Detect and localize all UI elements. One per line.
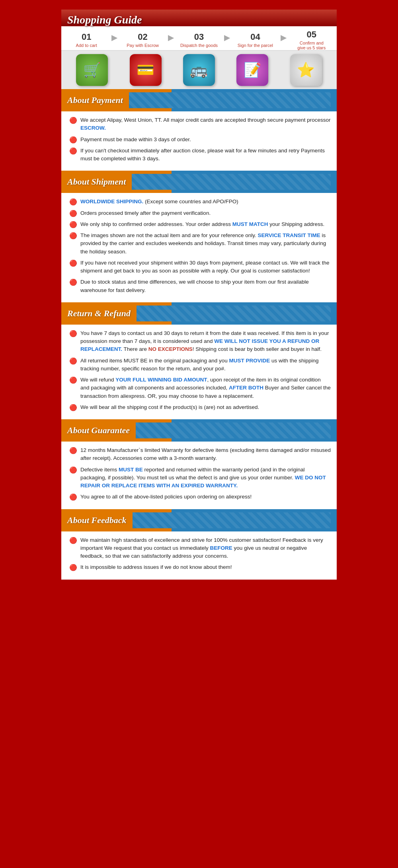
- step-3-label: Dispatch the goods: [180, 43, 218, 48]
- shipment-bullet-6: 🔴 Due to stock status and time differenc…: [69, 278, 331, 294]
- payment-bullet-2: 🔴 Payment must be made within 3 days of …: [69, 136, 331, 144]
- shipment-text-2: Orders processed timely after the paymen…: [80, 209, 211, 217]
- bullet-icon: 🔴: [69, 330, 77, 337]
- bullet-icon: 🔴: [69, 198, 77, 206]
- bullet-icon: 🔴: [69, 136, 77, 144]
- cart-icon: 🛒: [76, 54, 108, 86]
- no-refund-text: WE WILL NOT ISSUE YOU A REFUND OR REPLAC…: [80, 338, 319, 352]
- return-text-2: All returned items MUST BE in the origin…: [80, 357, 331, 373]
- feedback-header-blue: [133, 512, 331, 528]
- guarantee-text-2: Defective items MUST BE reported and ret…: [80, 466, 331, 490]
- guarantee-header-blue: [136, 422, 331, 438]
- step-4-number: 04: [250, 32, 260, 42]
- shipment-text-5: If you have not received your shipment w…: [80, 259, 331, 275]
- arrow-1: ▶: [111, 33, 117, 42]
- feedback-bullet-1: 🔴 We maintain high standards of excellen…: [69, 536, 331, 561]
- step-1-label: Add to cart: [76, 43, 97, 48]
- must-be-text: MUST BE: [119, 467, 143, 473]
- shipment-header-blue: [132, 174, 331, 190]
- bullet-icon: 🔴: [69, 147, 77, 155]
- step-4-label: Sign for the parcel: [238, 43, 273, 48]
- no-exceptions-text: NO EXCEPTIONS: [148, 346, 193, 352]
- step-2-label: Pay with Escrow: [127, 43, 159, 48]
- bullet-icon: 🔴: [69, 210, 77, 217]
- shipment-bullet-1: 🔴 WORLDWIDE SHIPPING. (Except some count…: [69, 198, 331, 206]
- guarantee-text-3: You agree to all of the above-listed pol…: [80, 493, 252, 501]
- return-title: Return & Refund: [67, 308, 137, 319]
- shipment-text-6: Due to stock status and time differences…: [80, 278, 331, 294]
- bullet-icon: 🔴: [69, 278, 77, 286]
- bullet-icon: 🔴: [69, 493, 77, 501]
- bullet-icon: 🔴: [69, 357, 77, 365]
- payment-section-header: About Payment: [61, 89, 337, 111]
- bullet-icon: 🔴: [69, 221, 77, 228]
- dispatch-icon: 🚌: [183, 54, 215, 86]
- return-header-blue: [137, 306, 331, 321]
- full-bid-text: YOUR FULL WINNING BID AMOUNT: [115, 377, 207, 383]
- return-text-3: We will refund YOUR FULL WINNING BID AMO…: [80, 376, 331, 400]
- return-content: 🔴 You have 7 days to contact us and 30 d…: [61, 325, 337, 419]
- after-both-text: AFTER BOTH: [229, 385, 263, 391]
- step-2-number: 02: [138, 32, 147, 42]
- guarantee-title: About Guarantee: [67, 425, 136, 436]
- shipment-bullet-5: 🔴 If you have not received your shipment…: [69, 259, 331, 275]
- return-text-4: We will bear all the shipping cost if th…: [80, 403, 259, 411]
- must-match-text: MUST MATCH: [232, 221, 268, 227]
- no-repair-text: WE DO NOT REPAIR OR REPLACE ITEMS WITH A…: [80, 475, 326, 488]
- guarantee-bullet-1: 🔴 12 months Manufacturer`s limited Warra…: [69, 446, 331, 463]
- guarantee-content: 🔴 12 months Manufacturer`s limited Warra…: [61, 442, 337, 509]
- sign-icon: 📝: [236, 54, 268, 86]
- feedback-title: About Feedback: [67, 515, 133, 525]
- shipment-content: 🔴 WORLDWIDE SHIPPING. (Except some count…: [61, 193, 337, 302]
- return-text-1: You have 7 days to contact us and 30 day…: [80, 329, 331, 354]
- return-bullet-3: 🔴 We will refund YOUR FULL WINNING BID A…: [69, 376, 331, 400]
- arrow-4: ▶: [281, 33, 287, 42]
- shipment-bullet-2: 🔴 Orders processed timely after the paym…: [69, 209, 331, 217]
- step-3-number: 03: [194, 32, 204, 42]
- escrow-link[interactable]: ESCROW.: [80, 125, 106, 131]
- guarantee-section-header: About Guarantee: [61, 419, 337, 442]
- arrow-3: ▶: [224, 33, 230, 42]
- payment-text-1: We accept Alipay, West Union, TT. All ma…: [80, 116, 331, 132]
- shipment-text-1: WORLDWIDE SHIPPING. (Except some countri…: [80, 198, 238, 206]
- guarantee-bullet-2: 🔴 Defective items MUST BE reported and r…: [69, 466, 331, 490]
- feedback-content: 🔴 We maintain high standards of excellen…: [61, 531, 337, 580]
- payment-text-2: Payment must be made within 3 days of or…: [80, 136, 191, 144]
- guarantee-bullet-3: 🔴 You agree to all of the above-listed p…: [69, 493, 331, 501]
- step-5-label: Confirm and give us 5 stars: [297, 41, 326, 50]
- steps-bar: 01 Add to cart ▶ 02 Pay with Escrow ▶ 03…: [61, 26, 337, 51]
- return-bullet-2: 🔴 All returned items MUST BE in the orig…: [69, 357, 331, 373]
- header-title: Shopping Guide: [67, 14, 331, 26]
- step-4: 04 Sign for the parcel: [230, 32, 280, 48]
- bullet-icon: 🔴: [69, 466, 77, 474]
- shipment-bullet-3: 🔴 We only ship to confirmed order addres…: [69, 220, 331, 228]
- main-container: Shopping Guide 01 Add to cart ▶ 02 Pay w…: [60, 8, 338, 581]
- feedback-text-2: It is impossible to address issues if we…: [80, 563, 232, 571]
- bullet-icon: 🔴: [69, 117, 77, 124]
- steps-icons: 🛒 💳 🚌 📝 ⭐: [61, 51, 337, 89]
- payment-title: About Payment: [67, 95, 129, 105]
- guarantee-text-1: 12 months Manufacturer`s limited Warrant…: [80, 446, 331, 463]
- shipment-text-3: We only ship to confirmed order addresse…: [80, 220, 324, 228]
- bullet-icon: 🔴: [69, 447, 77, 454]
- payment-bullet-3: 🔴 If you can't checkout immediately afte…: [69, 147, 331, 163]
- bullet-icon: 🔴: [69, 259, 77, 267]
- shipment-title: About Shipment: [67, 177, 132, 187]
- feedback-text-1: We maintain high standards of excellence…: [80, 536, 331, 561]
- bullet-icon: 🔴: [69, 376, 77, 384]
- payment-header-blue: [129, 92, 331, 108]
- header: Shopping Guide: [61, 10, 337, 26]
- bullet-icon: 🔴: [69, 537, 77, 544]
- arrow-2: ▶: [168, 33, 174, 42]
- shipment-bullet-4: 🔴 The images shown are not the actual it…: [69, 232, 331, 256]
- feedback-bullet-2: 🔴 It is impossible to address issues if …: [69, 563, 331, 571]
- step-2: 02 Pay with Escrow: [117, 32, 168, 48]
- before-text: BEFORE: [210, 545, 232, 551]
- bullet-icon: 🔴: [69, 232, 77, 239]
- shipment-section-header: About Shipment: [61, 171, 337, 193]
- worldwide-text: WORLDWIDE SHIPPING.: [80, 199, 143, 204]
- step-5-number: 05: [307, 29, 316, 40]
- return-section-header: Return & Refund: [61, 302, 337, 325]
- service-transit-text: SERVICE TRANSIT TIME: [258, 232, 320, 238]
- bullet-icon: 🔴: [69, 564, 77, 571]
